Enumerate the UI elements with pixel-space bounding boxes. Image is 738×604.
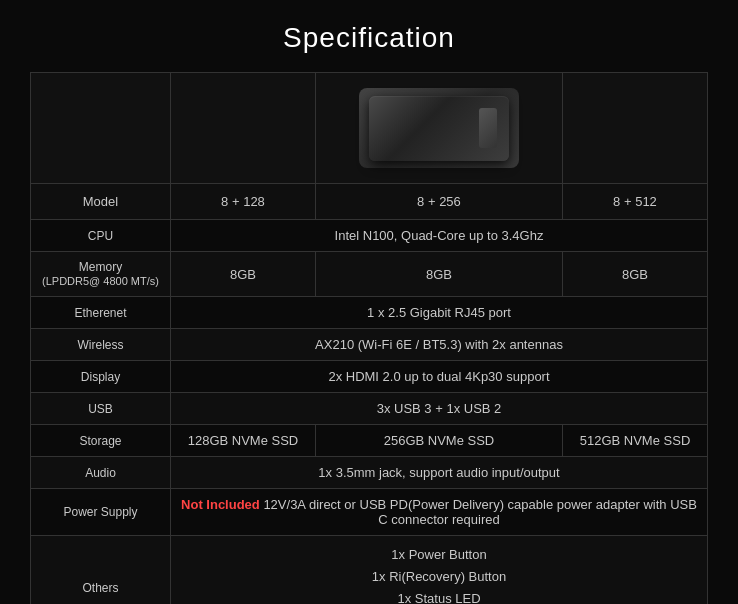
model-label: Model: [31, 184, 171, 220]
ethernet-value: 1 x 2.5 Gigabit RJ45 port: [171, 297, 708, 329]
spec-table: Model 8 + 128 8 + 256 8 + 512 CPU Intel …: [30, 72, 708, 604]
power-value-suffix: 12V/3A direct or USB PD(Power Delivery) …: [260, 497, 697, 527]
memory-col3: 8GB: [562, 252, 707, 297]
display-label: Display: [31, 361, 171, 393]
others-value: 1x Power Button 1x Ri(Recovery) Button 1…: [171, 536, 708, 605]
storage-col1: 128GB NVMe SSD: [171, 425, 316, 457]
page-title: Specification: [0, 0, 738, 72]
storage-row: Storage 128GB NVMe SSD 256GB NVMe SSD 51…: [31, 425, 708, 457]
spec-wrapper: Model 8 + 128 8 + 256 8 + 512 CPU Intel …: [0, 72, 738, 604]
memory-col2: 8GB: [315, 252, 562, 297]
memory-row: Memory(LPDDR5@ 4800 MT/s) 8GB 8GB 8GB: [31, 252, 708, 297]
storage-col2: 256GB NVMe SSD: [315, 425, 562, 457]
wireless-row: Wireless AX210 (Wi-Fi 6E / BT5.3) with 2…: [31, 329, 708, 361]
model-row: Model 8 + 128 8 + 256 8 + 512: [31, 184, 708, 220]
audio-label: Audio: [31, 457, 171, 489]
ethernet-row: Etherenet 1 x 2.5 Gigabit RJ45 port: [31, 297, 708, 329]
model-col2: 8 + 256: [315, 184, 562, 220]
memory-col1: 8GB: [171, 252, 316, 297]
others-label: Others: [31, 536, 171, 605]
power-row: Power Supply Not Included 12V/3A direct …: [31, 489, 708, 536]
usb-label: USB: [31, 393, 171, 425]
cpu-value: Intel N100, Quad-Core up to 3.4Ghz: [171, 220, 708, 252]
product-image: [359, 88, 519, 168]
model-col1: 8 + 128: [171, 184, 316, 220]
wireless-label: Wireless: [31, 329, 171, 361]
storage-col3: 512GB NVMe SSD: [562, 425, 707, 457]
others-row: Others 1x Power Button 1x Ri(Recovery) B…: [31, 536, 708, 605]
cpu-label: CPU: [31, 220, 171, 252]
audio-value: 1x 3.5mm jack, support audio input/outpu…: [171, 457, 708, 489]
display-value: 2x HDMI 2.0 up to dual 4Kp30 support: [171, 361, 708, 393]
usb-value: 3x USB 3 + 1x USB 2: [171, 393, 708, 425]
image-cell: [315, 73, 562, 184]
image-col3: [562, 73, 707, 184]
image-col1: [171, 73, 316, 184]
others-text: 1x Power Button 1x Ri(Recovery) Button 1…: [181, 544, 697, 604]
wireless-value: AX210 (Wi-Fi 6E / BT5.3) with 2x antenna…: [171, 329, 708, 361]
usb-row: USB 3x USB 3 + 1x USB 2: [31, 393, 708, 425]
power-value: Not Included 12V/3A direct or USB PD(Pow…: [171, 489, 708, 536]
memory-label: Memory(LPDDR5@ 4800 MT/s): [31, 252, 171, 297]
display-row: Display 2x HDMI 2.0 up to dual 4Kp30 sup…: [31, 361, 708, 393]
ethernet-label: Etherenet: [31, 297, 171, 329]
image-row: [31, 73, 708, 184]
cpu-row: CPU Intel N100, Quad-Core up to 3.4Ghz: [31, 220, 708, 252]
model-col3: 8 + 512: [562, 184, 707, 220]
not-included-text: Not Included: [181, 497, 260, 512]
audio-row: Audio 1x 3.5mm jack, support audio input…: [31, 457, 708, 489]
storage-label: Storage: [31, 425, 171, 457]
power-label: Power Supply: [31, 489, 171, 536]
image-label-cell: [31, 73, 171, 184]
